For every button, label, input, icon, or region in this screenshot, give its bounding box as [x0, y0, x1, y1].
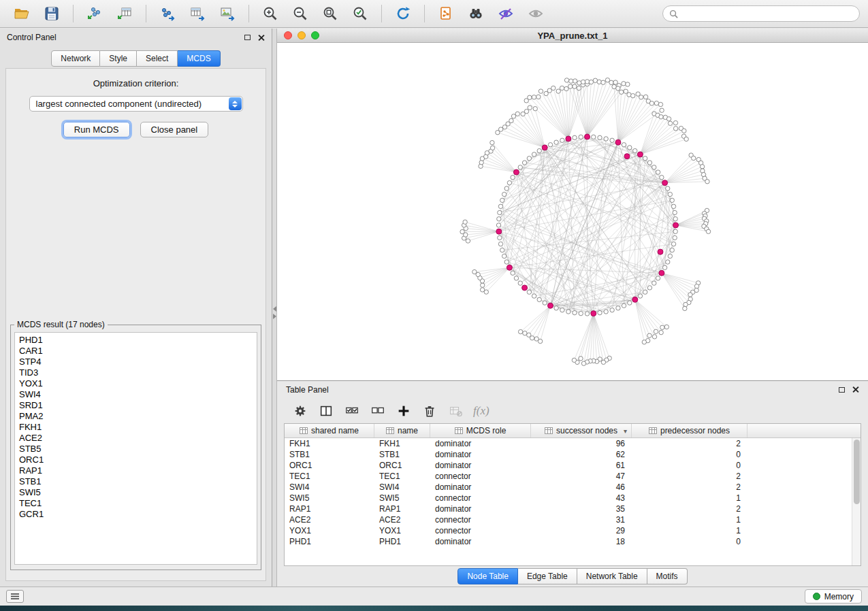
mcds-result-item[interactable]: PHD1: [19, 335, 253, 346]
cell-predecessor-nodes: 2: [632, 503, 748, 514]
close-panel-icon[interactable]: [257, 34, 265, 42]
panel-splitter[interactable]: [272, 29, 277, 587]
table-row[interactable]: TEC1TEC1connector472: [285, 471, 852, 482]
search-input[interactable]: [682, 9, 853, 18]
delete-column-button[interactable]: [421, 403, 438, 419]
mcds-result-item[interactable]: ACE2: [19, 433, 253, 444]
cell-shared-name: SWI4: [285, 482, 374, 493]
show-panels-button[interactable]: [6, 590, 24, 603]
table-scrollbar[interactable]: [852, 438, 861, 565]
tab-network[interactable]: Network: [51, 50, 100, 67]
tab-node-table[interactable]: Node Table: [457, 568, 518, 584]
network-window: YPA_prune.txt_1: [277, 29, 868, 381]
network-canvas[interactable]: [277, 43, 868, 380]
float-panel-icon[interactable]: [244, 35, 251, 40]
mcds-result-item[interactable]: SWI4: [19, 389, 253, 400]
column-header-shared-name[interactable]: shared name: [285, 424, 374, 437]
splitter-arrows-icon[interactable]: [272, 306, 277, 319]
add-column-button[interactable]: [396, 403, 412, 419]
mcds-result-item[interactable]: YOX1: [19, 378, 253, 389]
share-document-button[interactable]: [432, 3, 460, 24]
mcds-result-item[interactable]: TEC1: [19, 498, 253, 509]
mcds-result-item[interactable]: TID3: [19, 367, 253, 378]
network-titlebar[interactable]: YPA_prune.txt_1: [277, 29, 868, 43]
table-row[interactable]: PHD1PHD1dominator180: [285, 536, 852, 547]
zoom-out-button[interactable]: [287, 3, 314, 24]
mcds-result-item[interactable]: PMA2: [19, 411, 253, 422]
table-row[interactable]: SWI5SWI5connector431: [285, 493, 852, 503]
export-network-button[interactable]: [154, 3, 181, 24]
cell-name: FKH1: [374, 438, 430, 449]
table-row[interactable]: ACE2ACE2connector311: [285, 514, 852, 525]
float-table-panel-icon[interactable]: [839, 387, 845, 393]
column-header-predecessor-nodes[interactable]: predecessor nodes: [632, 424, 748, 437]
import-table-button[interactable]: [111, 3, 138, 24]
mcds-result-item[interactable]: SWI5: [19, 487, 253, 498]
mcds-result-item[interactable]: STB5: [19, 444, 253, 455]
export-image-button[interactable]: [214, 3, 241, 24]
open-folder-button[interactable]: [8, 3, 35, 24]
cell-name: RAP1: [374, 503, 430, 514]
scrollbar-thumb[interactable]: [854, 440, 860, 504]
table-row[interactable]: SWI4SWI4dominator462: [285, 482, 852, 493]
close-table-panel-icon[interactable]: [852, 386, 859, 393]
network-graph[interactable]: [277, 43, 868, 380]
zoom-fit-button[interactable]: [317, 3, 344, 24]
mcds-result-item[interactable]: CAR1: [19, 346, 253, 357]
import-network-button[interactable]: [81, 3, 108, 24]
cell-name: ORC1: [374, 460, 430, 471]
control-panel: Control Panel NetworkStyleSelectMCDS Opt…: [0, 29, 272, 587]
cell-shared-name: FKH1: [285, 438, 374, 449]
search-network-button[interactable]: [462, 3, 489, 24]
table-row[interactable]: FKH1FKH1dominator962: [285, 438, 852, 449]
status-bar: Memory: [0, 587, 868, 606]
tab-select[interactable]: Select: [137, 50, 178, 67]
mcds-result-item[interactable]: SRD1: [19, 400, 253, 411]
show-all-button[interactable]: [522, 3, 549, 24]
column-header-successor-nodes[interactable]: successor nodes▾: [531, 424, 632, 437]
close-panel-button[interactable]: Close panel: [140, 122, 209, 137]
table-row[interactable]: RAP1RAP1dominator352: [285, 503, 852, 514]
tab-network-table[interactable]: Network Table: [577, 568, 647, 584]
mcds-result-item[interactable]: ORC1: [19, 455, 253, 465]
criterion-dropdown[interactable]: largest connected component (undirected): [29, 96, 243, 112]
save-button[interactable]: [38, 3, 65, 24]
select-all-button[interactable]: [344, 403, 360, 419]
control-panel-title: Control Panel: [7, 33, 57, 42]
window-zoom-button[interactable]: [311, 31, 319, 39]
mcds-result-item[interactable]: STB1: [19, 476, 253, 487]
mcds-result-item[interactable]: STP4: [19, 357, 253, 367]
zoom-in-icon: [262, 5, 278, 22]
zoom-in-button[interactable]: [257, 3, 284, 24]
window-close-button[interactable]: [284, 31, 292, 39]
column-header-name[interactable]: name: [374, 424, 430, 437]
table-settings-button[interactable]: [292, 403, 308, 419]
tab-style[interactable]: Style: [100, 50, 137, 67]
criterion-value: largest connected component (undirected): [36, 99, 202, 109]
cell-successor-nodes: 47: [531, 471, 632, 482]
table-row[interactable]: ORC1ORC1dominator610: [285, 460, 852, 471]
window-minimize-button[interactable]: [298, 31, 306, 39]
show-columns-button[interactable]: [318, 403, 334, 419]
memory-button[interactable]: Memory: [805, 589, 862, 604]
tab-motifs[interactable]: Motifs: [647, 568, 688, 584]
mcds-result-list[interactable]: PHD1CAR1STP4TID3YOX1SWI4SRD1PMA2FKH1ACE2…: [14, 332, 257, 565]
mcds-result-item[interactable]: RAP1: [19, 465, 253, 476]
deselect-all-button[interactable]: [370, 403, 386, 419]
tab-edge-table[interactable]: Edge Table: [518, 568, 577, 584]
tab-mcds[interactable]: MCDS: [178, 50, 220, 67]
show-graphics-details-button[interactable]: [492, 3, 519, 24]
table-row[interactable]: STB1STB1dominator620: [285, 449, 852, 460]
function-builder-button[interactable]: f(x): [473, 404, 489, 418]
toolbar-separator: [381, 5, 382, 22]
mcds-result-item[interactable]: FKH1: [19, 422, 253, 433]
export-table-button[interactable]: [184, 3, 211, 24]
column-header-MCDS-role[interactable]: MCDS role: [430, 424, 531, 437]
global-search[interactable]: [662, 5, 860, 22]
refresh-button[interactable]: [389, 3, 417, 24]
mcds-result-item[interactable]: GCR1: [19, 509, 253, 520]
zoom-selected-button[interactable]: [347, 3, 374, 24]
table-row[interactable]: YOX1YOX1connector291: [285, 525, 852, 536]
sort-chevron-icon[interactable]: ▾: [624, 427, 627, 435]
run-mcds-button[interactable]: Run MCDS: [63, 122, 130, 137]
